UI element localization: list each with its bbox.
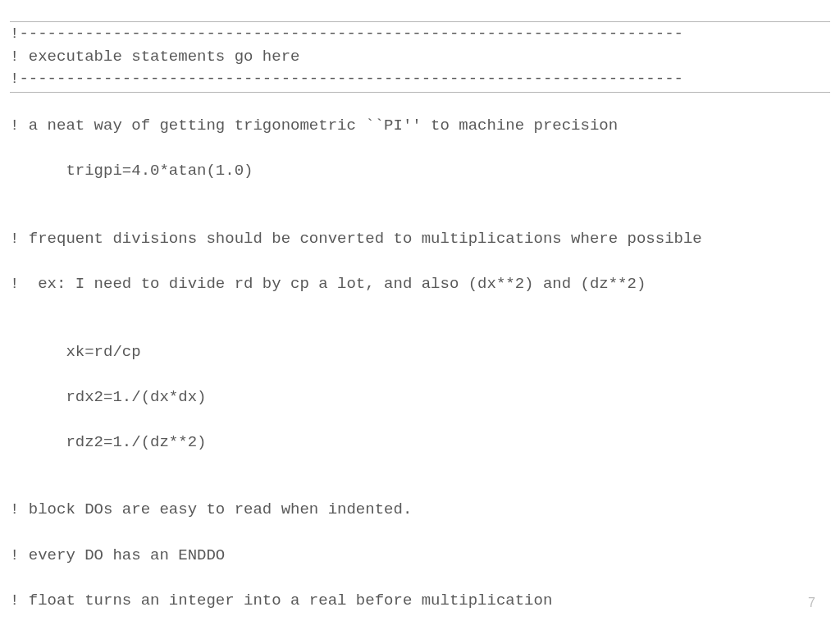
rule-line: !---------------------------------------… (10, 23, 830, 46)
header-title: ! executable statements go here (10, 46, 830, 69)
code-slide: !---------------------------------------… (0, 0, 840, 630)
page-number: 7 (808, 593, 815, 612)
header-comment-block: !---------------------------------------… (10, 21, 830, 93)
comment-line: ! block DOs are easy to read when indent… (10, 499, 830, 522)
comment-line: ! a neat way of getting trigonometric ``… (10, 115, 830, 138)
comment-line: ! float turns an integer into a real bef… (10, 590, 830, 613)
comment-line: ! every DO has an ENDDO (10, 545, 830, 568)
code-line: rdx2=1./(dx*dx) (10, 386, 830, 409)
rule-line: !---------------------------------------… (10, 68, 830, 91)
code-line: xk=rd/cp (10, 341, 830, 364)
comment-line: ! ex: I need to divide rd by cp a lot, a… (10, 273, 830, 296)
code-line: rdz2=1./(dz**2) (10, 431, 830, 454)
code-line: trigpi=4.0*atan(1.0) (10, 160, 830, 183)
comment-line: ! frequent divisions should be converted… (10, 228, 830, 251)
